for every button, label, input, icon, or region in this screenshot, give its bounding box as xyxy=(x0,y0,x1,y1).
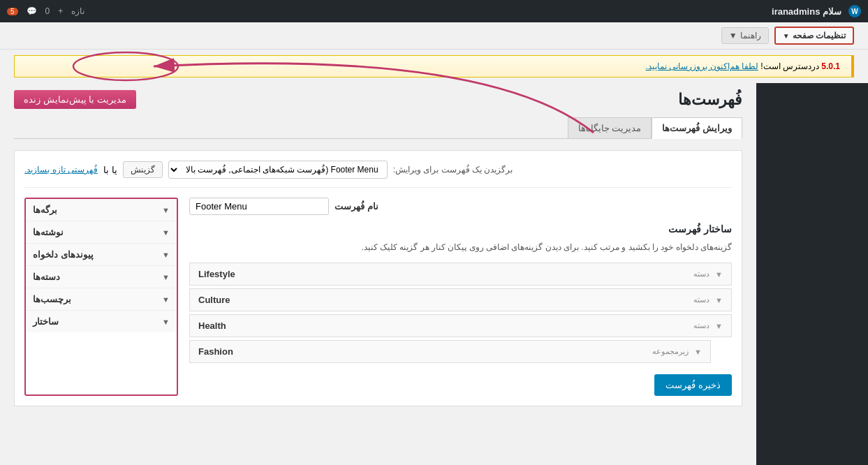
menu-item-title: Lifestyle xyxy=(198,269,235,279)
menu-item-type: دسته xyxy=(693,295,709,304)
update-notice: 5.0.1 دردسترس است! لطفا هم‌اکنون بروزرسا… xyxy=(14,55,854,78)
panel-item-label: نوشته‌ها xyxy=(33,227,64,237)
menu-item-toggle-icon[interactable]: ▼ xyxy=(715,270,723,279)
menu-item-controls: ▼ دسته xyxy=(693,270,723,279)
select-menu-bar: برگزیدن یک فُهرست برای ویرایش: Footer Me… xyxy=(24,161,732,188)
panel-item-pages[interactable]: ▼ برگه‌ها xyxy=(26,199,177,221)
site-name: سلام iranadmins xyxy=(772,6,841,17)
select-menu-label: برگزیدن یک فُهرست برای ویرایش: xyxy=(393,165,513,175)
help-button[interactable]: راهنما ▼ xyxy=(721,27,769,44)
panel-item-custom-links[interactable]: ▼ پیوندهای دلخواه xyxy=(26,244,177,266)
menu-item-toggle-icon[interactable]: ▼ xyxy=(694,348,702,356)
menu-item: ▼ دسته Health xyxy=(189,314,732,337)
menu-name-label: نام فُهرست xyxy=(334,201,378,212)
panel-item-header[interactable]: ▼ نوشته‌ها xyxy=(26,221,177,243)
panel-expand-icon: ▼ xyxy=(162,273,170,281)
screen-meta-links: تنظیمات صفحه ▼ راهنما ▼ xyxy=(0,22,868,50)
panel-item-header[interactable]: ▼ برچسب‌ها xyxy=(26,288,177,310)
comments-count: 0 xyxy=(45,6,50,16)
panel-item-header[interactable]: ▼ برگه‌ها xyxy=(26,199,177,221)
wp-logo-icon: W xyxy=(848,5,861,17)
page-title: فُهرست‌ها xyxy=(678,91,742,109)
live-preview-button[interactable]: مدیریت با پیش‌نمایش زنده xyxy=(14,90,136,109)
menu-select-dropdown[interactable]: Footer Menu (فُهرست شبکه‌های اجتماعی, فُ… xyxy=(168,161,388,179)
panel-item-categories[interactable]: ▼ دسته‌ها xyxy=(26,266,177,288)
page-header: فُهرست‌ها مدیریت با پیش‌نمایش زنده xyxy=(14,90,742,109)
adminbar-left: W سلام iranadmins xyxy=(772,5,861,17)
menu-structure-description: گزینه‌های دلخواه خود را بکشید و مرتب کنی… xyxy=(189,240,732,254)
notice-version: 5.0.1 xyxy=(821,61,840,71)
comment-icon[interactable]: 💬 xyxy=(27,6,37,16)
help-arrow-icon: ▼ xyxy=(729,31,737,40)
menu-name-input[interactable] xyxy=(189,198,329,215)
create-new-menu-link[interactable]: فُهرستی تازه بسازید. xyxy=(24,165,98,175)
dropdown-arrow-icon: ▼ xyxy=(783,32,790,40)
menu-name-row: نام فُهرست xyxy=(189,198,732,215)
menu-item-controls: ▼ دسته xyxy=(693,295,723,304)
menu-item-type: زیرمجموعه xyxy=(652,347,689,356)
create-link-prefix: یا با xyxy=(103,165,117,175)
menu-structure-title: ساختار فُهرست xyxy=(189,223,732,235)
menu-item-title: Health xyxy=(198,320,226,331)
tab-manage-locations[interactable]: مدیریت جایگاه‌ها xyxy=(568,117,652,138)
panel-item-label: دسته‌ها xyxy=(33,272,60,282)
panel-item-tags[interactable]: ▼ برچسب‌ها xyxy=(26,288,177,311)
panel-item-header[interactable]: ▼ ساختار xyxy=(26,311,177,332)
menu-items-list: ▼ دسته Lifestyle ▼ دسته Culture xyxy=(189,263,732,363)
admin-bar: W سلام iranadmins نازه + 0 💬 5 xyxy=(0,0,868,22)
menu-item-sub: ▼ زیرمجموعه Fashion xyxy=(189,340,711,363)
menu-item-title: Culture xyxy=(198,295,230,305)
panel-item-label: برچسب‌ها xyxy=(33,294,71,304)
select-menu-button[interactable]: گزینش xyxy=(123,161,163,178)
page-settings-button[interactable]: تنظیمات صفحه ▼ xyxy=(774,27,854,45)
update-link[interactable]: لطفا هم‌اکنون بروزرسانی نمایید. xyxy=(646,61,758,71)
panel-expand-icon: ▼ xyxy=(162,206,170,214)
admin-sidebar xyxy=(756,83,868,465)
adminbar-right: نازه + 0 💬 5 xyxy=(7,6,84,16)
menu-item-controls: ▼ زیرمجموعه xyxy=(652,347,702,356)
page-settings-label: تنظیمات صفحه xyxy=(793,31,846,40)
main-content: فُهرست‌ها مدیریت با پیش‌نمایش زنده ویرای… xyxy=(0,83,756,465)
panel-item-label: پیوندهای دلخواه xyxy=(33,249,94,260)
save-menu-button[interactable]: ذخیره فُهرست xyxy=(654,374,732,396)
new-label: نازه xyxy=(71,6,84,16)
menu-item: ▼ دسته Culture xyxy=(189,288,732,311)
notice-text-after: دردسترس است! xyxy=(760,61,819,71)
panel-item-header[interactable]: ▼ پیوندهای دلخواه xyxy=(26,244,177,265)
menu-editor-layout: نام فُهرست ساختار فُهرست گزینه‌های دلخوا… xyxy=(24,198,732,396)
panel-expand-icon: ▼ xyxy=(162,318,170,326)
add-items-panel: ▼ برگه‌ها ▼ نوشته‌ها ▼ xyxy=(24,198,178,396)
panel-expand-icon: ▼ xyxy=(162,251,170,259)
panel-expand-icon: ▼ xyxy=(162,295,170,304)
panel-item-header[interactable]: ▼ دسته‌ها xyxy=(26,266,177,288)
menu-item-toggle-icon[interactable]: ▼ xyxy=(715,322,723,330)
panel-item-label: ساختار xyxy=(33,316,59,327)
tab-edit-menus[interactable]: ویرایش فُهرست‌ها xyxy=(652,117,742,139)
panel-expand-icon: ▼ xyxy=(162,228,170,237)
page-body: فُهرست‌ها مدیریت با پیش‌نمایش زنده ویرای… xyxy=(0,83,756,420)
menu-item-title: Fashion xyxy=(198,346,233,357)
panel-item-format[interactable]: ▼ ساختار xyxy=(26,311,177,332)
menu-item-controls: ▼ دسته xyxy=(693,321,723,330)
panel-item-label: برگه‌ها xyxy=(33,205,57,215)
menu-management-area: برگزیدن یک فُهرست برای ویرایش: Footer Me… xyxy=(14,150,742,406)
main-wrapper: فُهرست‌ها مدیریت با پیش‌نمایش زنده ویرای… xyxy=(0,83,868,465)
help-label: راهنما xyxy=(740,31,761,40)
menu-editor: نام فُهرست ساختار فُهرست گزینه‌های دلخوا… xyxy=(189,198,732,396)
menu-item-type: دسته xyxy=(693,270,709,279)
menu-item: ▼ دسته Lifestyle xyxy=(189,263,732,286)
menu-item-type: دسته xyxy=(693,321,709,330)
tab-navigation: ویرایش فُهرست‌ها مدیریت جایگاه‌ها xyxy=(14,117,742,139)
notification-badge[interactable]: 5 xyxy=(7,8,18,15)
panel-item-posts[interactable]: ▼ نوشته‌ها xyxy=(26,221,177,244)
menu-item-toggle-icon[interactable]: ▼ xyxy=(715,296,723,304)
plus-icon[interactable]: + xyxy=(58,6,63,16)
